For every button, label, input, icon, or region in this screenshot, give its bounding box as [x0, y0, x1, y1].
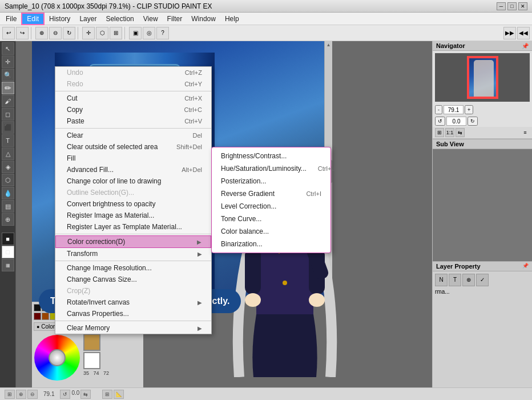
menu-crop[interactable]: Crop(Z) [55, 285, 211, 297]
tool-pen[interactable]: ✏ [2, 82, 14, 94]
menu-view[interactable]: View [139, 13, 163, 25]
canvas-area[interactable]: ❶ ❷ This is a method to edit a picture d… [16, 41, 432, 387]
nav-more-btn[interactable]: ≡ [521, 128, 530, 137]
menu-file[interactable]: File [1, 13, 21, 25]
toolbar-deselect[interactable]: ◎ [143, 27, 155, 39]
zoom-in-btn[interactable]: + [465, 105, 473, 114]
status-btn-3[interactable]: ⊖ [27, 390, 38, 399]
menu-clear-memory[interactable]: Clear Memory ▶ [55, 322, 211, 334]
sub-binarization[interactable]: Binarization... [212, 238, 331, 250]
tool-lasso[interactable]: ⬡ [2, 174, 14, 186]
toolbar-move[interactable]: ✛ [82, 27, 95, 39]
minimize-button[interactable]: ─ [497, 2, 506, 10]
menu-rotate-invert[interactable]: Rotate/Invert canvas ▶ [55, 297, 211, 308]
tool-layer-move[interactable]: ⊕ [2, 213, 14, 226]
menu-fill[interactable]: Fill [55, 153, 211, 164]
toolbar-zoom-in[interactable]: ⊕ [35, 27, 48, 39]
rotation-input[interactable] [446, 117, 466, 126]
close-button[interactable]: ✕ [518, 2, 527, 10]
sub-reverse-gradient[interactable]: Reverse Gradient Ctrl+I [212, 187, 331, 200]
tool-eyedropper[interactable]: 💧 [2, 187, 14, 199]
menu-paste[interactable]: Paste Ctrl+V [55, 115, 211, 127]
tool-select[interactable]: ◈ [2, 161, 14, 173]
zoom-input[interactable] [444, 105, 464, 114]
zoom-out-btn[interactable]: - [435, 105, 442, 114]
nav-flip-btn[interactable]: ⇆ [456, 128, 465, 137]
tool-fill[interactable]: ⬛ [2, 121, 14, 134]
tool-checker[interactable]: ▦ [2, 259, 14, 271]
nav-fit-btn[interactable]: ⊞ [435, 128, 444, 137]
maximize-button[interactable]: □ [507, 2, 517, 10]
lp-btn-4[interactable]: ✓ [476, 274, 489, 286]
menu-register-layer[interactable]: Register Layer as Template Material... [55, 221, 211, 233]
menu-clear-outside[interactable]: Clear outside of selected area Shift+Del [55, 141, 211, 153]
menu-advanced-fill[interactable]: Advanced Fill... Alt+Del [55, 164, 211, 175]
menu-transform[interactable]: Transform ▶ [55, 248, 211, 259]
navigator-pin-icon[interactable]: 📌 [522, 43, 529, 49]
status-btn-2[interactable]: ⊕ [16, 390, 26, 399]
toolbar-undo[interactable]: ↩ [2, 27, 15, 39]
menu-redo[interactable]: Redo Ctrl+Y [55, 78, 211, 90]
toolbar-select-all[interactable]: ▣ [129, 27, 142, 39]
toolbar-redo[interactable]: ↪ [16, 27, 29, 39]
menu-help[interactable]: Help [220, 13, 244, 25]
tool-text[interactable]: T [2, 134, 14, 147]
color-wheel[interactable] [34, 335, 80, 381]
tool-cursor[interactable]: ↖ [2, 42, 14, 55]
tool-brush[interactable]: 🖌 [2, 95, 14, 107]
menu-change-color[interactable]: Change color of line to drawing [55, 175, 211, 187]
rotate-cw-btn[interactable]: ↻ [467, 117, 478, 126]
menu-layer[interactable]: Layer [75, 13, 101, 25]
rotate-ccw-btn[interactable]: ↺ [435, 117, 445, 126]
fg-color-swatch[interactable] [83, 334, 100, 351]
tool-bg-color[interactable]: □ [2, 246, 14, 258]
menu-change-canvas[interactable]: Change Canvas Size... [55, 274, 211, 285]
menu-change-image-res[interactable]: Change Image Resolution... [55, 262, 211, 274]
menu-canvas-properties[interactable]: Canvas Properties... [55, 308, 211, 319]
menu-register-material[interactable]: Register Image as Material... [55, 210, 211, 221]
sub-hue-saturation[interactable]: Hue/Saturation/Luminosity... Ctrl+U [212, 162, 331, 175]
toolbar-lasso[interactable]: ⬡ [96, 27, 108, 39]
status-grid-btn[interactable]: ⊞ [102, 390, 112, 399]
menu-undo[interactable]: Undo Ctrl+Z [55, 67, 211, 78]
toolbar-expand[interactable]: ▶▶ [503, 27, 516, 39]
toolbar-zoom-out[interactable]: ⊖ [49, 27, 62, 39]
toolbar-rotate[interactable]: ↻ [63, 27, 75, 39]
tool-zoom[interactable]: 🔍 [2, 69, 14, 81]
layer-property-pin[interactable]: 📌 [522, 263, 529, 270]
palette-dot-darkred[interactable] [34, 313, 41, 320]
sub-color-balance[interactable]: Color balance... [212, 225, 331, 238]
lp-btn-1[interactable]: N [435, 274, 448, 286]
sub-posterization[interactable]: Posterization... [212, 175, 331, 187]
sub-tone-curve[interactable]: Tone Curve... [212, 213, 331, 225]
status-ruler-btn[interactable]: 📐 [114, 390, 124, 399]
tool-gradient[interactable]: ▤ [2, 200, 14, 213]
menu-window[interactable]: Window [187, 13, 220, 25]
menu-clear[interactable]: Clear Del [55, 130, 211, 141]
menu-edit[interactable]: Edit [21, 13, 45, 25]
navigator-thumbnail[interactable] [467, 56, 498, 99]
tool-fg-color[interactable]: ■ [2, 233, 14, 245]
subview-area[interactable] [433, 149, 532, 261]
sub-brightness-contrast[interactable]: Brightness/Contrast... [212, 150, 331, 162]
tool-move[interactable]: ✛ [2, 55, 14, 68]
nav-actual-size-btn[interactable]: 1:1 [445, 128, 454, 137]
menu-history[interactable]: History [45, 13, 75, 25]
toolbar-help-icon[interactable]: ? [156, 27, 169, 39]
lp-btn-3[interactable]: ⊕ [462, 274, 475, 286]
toolbar-transform[interactable]: ⊞ [110, 27, 122, 39]
menu-cut[interactable]: Cut Ctrl+X [55, 93, 211, 104]
tool-eraser[interactable]: ◻ [2, 108, 14, 121]
bg-color-swatch[interactable] [83, 352, 100, 369]
lp-btn-2[interactable]: T [449, 274, 461, 286]
palette-dot-brown[interactable] [42, 313, 49, 320]
menu-outline-selection[interactable]: Outline Selection(G)... [55, 187, 211, 198]
menu-selection[interactable]: Selection [101, 13, 138, 25]
status-flip-btn[interactable]: ⇆ [80, 390, 91, 399]
menu-color-correction[interactable]: Color correction(D) ▶ [55, 235, 211, 248]
status-rotate-btn[interactable]: ↺ [60, 390, 70, 399]
menu-filter[interactable]: Filter [163, 13, 187, 25]
status-btn-1[interactable]: ⊞ [5, 390, 15, 399]
menu-convert-brightness[interactable]: Convert brightness to opacity [55, 198, 211, 210]
menu-copy[interactable]: Copy Ctrl+C [55, 104, 211, 115]
